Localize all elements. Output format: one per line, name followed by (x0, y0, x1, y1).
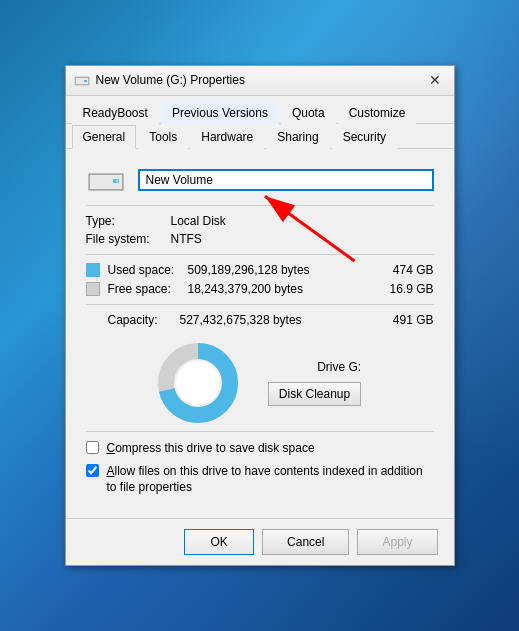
donut-chart (158, 343, 238, 423)
free-space-color (86, 282, 100, 296)
used-space-bytes: 509,189,296,128 bytes (188, 263, 384, 277)
divider-2 (86, 254, 434, 255)
checkbox-section: Compress this drive to save disk space A… (86, 440, 434, 496)
divider-3 (86, 304, 434, 305)
tab-general[interactable]: General (72, 125, 137, 149)
close-button[interactable]: ✕ (424, 69, 446, 91)
title-bar-left: New Volume (G:) Properties (74, 72, 245, 88)
drive-label-section: Drive G: Disk Cleanup (268, 360, 361, 406)
capacity-size: 491 GB (384, 313, 434, 327)
free-space-bytes: 18,243,379,200 bytes (188, 282, 384, 296)
content-area: Type: Local Disk File system: NTFS Used … (66, 149, 454, 518)
compress-row: Compress this drive to save disk space (86, 440, 434, 457)
drive-label: Drive G: (317, 360, 361, 374)
tab-customize[interactable]: Customize (338, 101, 417, 124)
properties-dialog: New Volume (G:) Properties ✕ ReadyBoost … (65, 65, 455, 566)
capacity-label: Capacity: (108, 313, 180, 327)
free-space-row: Free space: 18,243,379,200 bytes 16.9 GB (86, 282, 434, 296)
apply-button[interactable]: Apply (357, 529, 437, 555)
title-bar: New Volume (G:) Properties ✕ (66, 66, 454, 96)
dialog-title: New Volume (G:) Properties (96, 73, 245, 87)
type-label: Type: (86, 214, 171, 228)
index-checkbox[interactable] (86, 464, 99, 477)
tab-readyboost[interactable]: ReadyBoost (72, 101, 159, 124)
ok-button[interactable]: OK (184, 529, 254, 555)
used-space-row: Used space: 509,189,296,128 bytes 474 GB (86, 263, 434, 277)
index-label: Allow files on this drive to have conten… (107, 463, 434, 497)
filesystem-row: File system: NTFS (86, 232, 434, 246)
filesystem-label: File system: (86, 232, 171, 246)
free-space-label: Free space: (108, 282, 188, 296)
divider-1 (86, 205, 434, 206)
compress-checkbox[interactable] (86, 441, 99, 454)
capacity-row: Capacity: 527,432,675,328 bytes 491 GB (108, 313, 434, 327)
used-space-label: Used space: (108, 263, 188, 277)
svg-point-6 (115, 179, 118, 182)
volume-name-input[interactable] (138, 169, 434, 191)
cancel-button[interactable]: Cancel (262, 529, 349, 555)
donut-section: Drive G: Disk Cleanup (86, 343, 434, 423)
tabs-row2: General Tools Hardware Sharing Security (66, 124, 454, 149)
type-value: Local Disk (171, 214, 226, 228)
drive-title-icon (74, 72, 90, 88)
tab-hardware[interactable]: Hardware (190, 125, 264, 149)
compress-label: Compress this drive to save disk space (107, 440, 315, 457)
drive-icon (86, 165, 126, 195)
type-row: Type: Local Disk (86, 214, 434, 228)
tab-previous-versions[interactable]: Previous Versions (161, 101, 279, 124)
free-space-size: 16.9 GB (384, 282, 434, 296)
used-space-color (86, 263, 100, 277)
tab-quota[interactable]: Quota (281, 101, 336, 124)
tab-sharing[interactable]: Sharing (266, 125, 329, 149)
space-section: Used space: 509,189,296,128 bytes 474 GB… (86, 263, 434, 296)
tab-tools[interactable]: Tools (138, 125, 188, 149)
used-space-size: 474 GB (384, 263, 434, 277)
svg-rect-2 (84, 80, 87, 82)
index-row: Allow files on this drive to have conten… (86, 463, 434, 497)
bottom-buttons: OK Cancel Apply (66, 518, 454, 565)
filesystem-value: NTFS (171, 232, 202, 246)
tab-security[interactable]: Security (332, 125, 397, 149)
capacity-bytes: 527,432,675,328 bytes (180, 313, 384, 327)
tabs-row1: ReadyBoost Previous Versions Quota Custo… (66, 96, 454, 124)
volume-header (86, 165, 434, 195)
svg-point-9 (176, 361, 220, 405)
disk-cleanup-button[interactable]: Disk Cleanup (268, 382, 361, 406)
divider-4 (86, 431, 434, 432)
